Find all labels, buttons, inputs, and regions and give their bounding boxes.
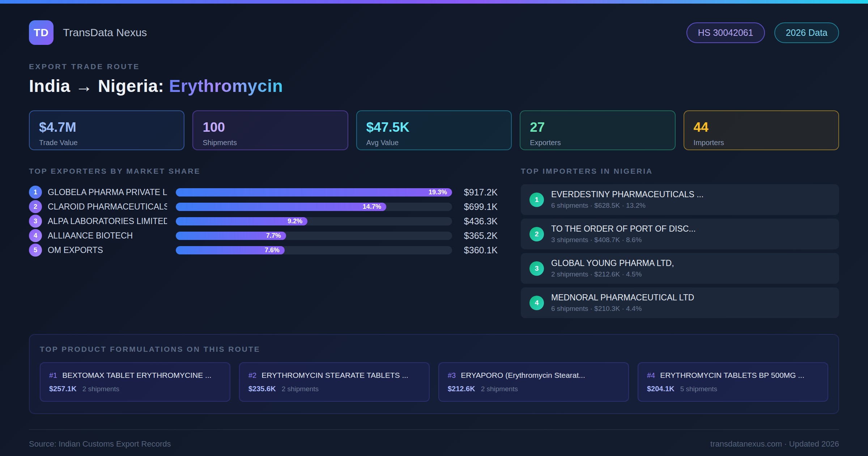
market-share-bar-fill: 7.7% [176,232,286,240]
importer-name: EVERDESTINY PHARMACEUTICALS ... [551,190,703,199]
share-percent-label: 7.6% [265,246,280,254]
formulation-card[interactable]: #2 ERYTHROMYCIN STEARATE TABLETS ... $23… [239,362,430,402]
stat-card-shipments: 100 Shipments [192,110,348,150]
importer-meta: 3 shipments · $408.7K · 8.6% [551,236,696,244]
formulation-rank: #2 [248,371,256,380]
share-percent-label: 7.7% [266,232,281,240]
stat-label: Avg Value [366,139,502,147]
market-share-bar-fill: 19.3% [176,188,452,197]
market-share-bar-fill: 9.2% [176,217,307,225]
importer-row[interactable]: 1 EVERDESTINY PHARMACEUTICALS ... 6 ship… [521,184,839,215]
importer-name: MEDNORAL PHARMACEUTICAL LTD [551,293,694,303]
formulation-value: $212.6K [448,385,475,393]
rank-badge: 4 [529,296,544,310]
header-chips: HS 30042061 2026 Data [686,22,839,43]
exporter-name: OM EXPORTS [48,245,167,255]
importer-name: TO THE ORDER OF PORT OF DISC... [551,224,696,234]
exporter-name: ALPA LABORATORIES LIMITED [48,216,167,226]
exporter-name: GLOBELA PHARMA PRIVATE LIM... [48,187,167,197]
share-percent-label: 9.2% [288,218,302,225]
stat-value: 100 [203,120,338,135]
stat-value: 44 [694,120,829,135]
rank-badge: 1 [29,186,42,199]
formulation-value: $204.1K [647,385,675,393]
importer-row[interactable]: 2 TO THE ORDER OF PORT OF DISC... 3 ship… [521,219,839,249]
exporter-row[interactable]: 1 GLOBELA PHARMA PRIVATE LIM... 19.3% $9… [29,185,498,199]
footer: Source: Indian Customs Export Records tr… [29,429,839,449]
rank-badge: 3 [529,261,544,276]
rank-badge: 4 [29,229,42,242]
exporters-bar-list: 1 GLOBELA PHARMA PRIVATE LIM... 19.3% $9… [29,185,498,257]
dashboard-canvas: TD TransData Nexus HS 30042061 2026 Data… [0,0,868,456]
stat-cards: $4.7M Trade Value 100 Shipments $47.5K A… [29,110,839,150]
exporter-row[interactable]: 4 ALLIAANCE BIOTECH 7.7% $365.2K [29,228,498,243]
eyebrow-label: EXPORT TRADE ROUTE [29,62,839,71]
exporter-value: $365.2K [458,231,498,241]
stat-value: $4.7M [39,120,174,135]
stat-label: Shipments [203,139,338,147]
formulation-shipments: 2 shipments [481,385,518,393]
top-importers-section: TOP IMPORTERS IN NIGERIA 1 EVERDESTINY P… [521,167,839,318]
stat-label: Exporters [530,139,665,147]
exporter-value: $436.3K [458,216,498,227]
importer-meta: 2 shipments · $212.6K · 4.5% [551,270,674,278]
formulation-shipments: 2 shipments [282,385,319,393]
formulation-value: $257.1K [49,385,77,393]
exporter-row[interactable]: 2 CLAROID PHARMACEUTICALS PR... 14.7% $6… [29,199,498,214]
market-share-bar-track: 7.7% [176,232,452,240]
stat-card-trade-value: $4.7M Trade Value [29,110,184,150]
formulation-shipments: 5 shipments [680,385,717,393]
formulation-name: ERYTHROMYCIN STEARATE TABLETS ... [261,371,408,380]
brand-logo: TD [29,20,54,45]
stat-label: Trade Value [39,139,174,147]
hs-code-chip[interactable]: HS 30042061 [686,22,765,43]
stat-card-exporters: 27 Exporters [520,110,675,150]
formulation-card[interactable]: #1 BEXTOMAX TABLET ERYTHROMYCINE ... $25… [40,362,230,402]
formulation-name: ERYAPORO (Erythromycin Stearat... [461,371,585,380]
formulation-card[interactable]: #3 ERYAPORO (Erythromycin Stearat... $21… [438,362,629,402]
importers-list: 1 EVERDESTINY PHARMACEUTICALS ... 6 ship… [521,184,839,318]
exporter-value: $917.2K [458,187,498,198]
importer-meta: 6 shipments · $210.3K · 4.4% [551,305,694,313]
year-chip[interactable]: 2026 Data [774,22,839,43]
stat-card-avg-value: $47.5K Avg Value [356,110,512,150]
product-title: Erythromycin [169,76,283,96]
market-share-bar-track: 19.3% [176,188,452,197]
rank-badge: 2 [29,200,42,213]
formulation-name: ERYTHROMYCIN TABLETS BP 500MG ... [660,371,804,380]
formulation-rank: #1 [49,371,57,380]
brand-name: TransData Nexus [63,26,147,39]
top-formulations-panel: TOP PRODUCT FORMULATIONS ON THIS ROUTE #… [29,334,839,414]
footer-source: Source: Indian Customs Export Records [29,439,171,449]
importer-meta: 6 shipments · $628.5K · 13.2% [551,202,703,210]
formulations-section-title: TOP PRODUCT FORMULATIONS ON THIS ROUTE [40,345,828,354]
exporter-row[interactable]: 3 ALPA LABORATORIES LIMITED 9.2% $436.3K [29,214,498,228]
stat-card-importers: 44 Importers [684,110,839,150]
brand: TD TransData Nexus [29,20,147,45]
importer-row[interactable]: 4 MEDNORAL PHARMACEUTICAL LTD 6 shipment… [521,287,839,318]
market-share-bar-track: 7.6% [176,246,452,254]
top-exporters-section: TOP EXPORTERS BY MARKET SHARE 1 GLOBELA … [29,167,498,257]
rank-badge: 3 [29,215,42,228]
market-share-bar-fill: 7.6% [176,246,285,254]
formulation-cards: #1 BEXTOMAX TABLET ERYTHROMYCINE ... $25… [40,362,828,402]
share-percent-label: 19.3% [429,189,447,196]
accent-top-bar [0,0,868,4]
stat-value: $47.5K [366,120,502,135]
footer-site: transdatanexus.com · Updated 2026 [710,439,839,449]
exporters-section-title: TOP EXPORTERS BY MARKET SHARE [29,167,498,176]
header: TD TransData Nexus HS 30042061 2026 Data [29,20,839,45]
importer-row[interactable]: 3 GLOBAL YOUNG PHARMA LTD, 2 shipments ·… [521,253,839,284]
exporter-row[interactable]: 5 OM EXPORTS 7.6% $360.1K [29,243,498,257]
formulation-name: BEXTOMAX TABLET ERYTHROMYCINE ... [62,371,211,380]
stat-value: 27 [530,120,665,135]
formulation-rank: #4 [647,371,655,380]
importer-name: GLOBAL YOUNG PHARMA LTD, [551,258,674,268]
market-share-bar-track: 14.7% [176,203,452,211]
market-share-bar-fill: 14.7% [176,203,386,211]
share-percent-label: 14.7% [363,203,381,211]
formulation-card[interactable]: #4 ERYTHROMYCIN TABLETS BP 500MG ... $20… [638,362,828,402]
formulation-rank: #3 [448,371,456,380]
page-title: India → Nigeria: Erythromycin [29,76,839,96]
exporter-name: CLAROID PHARMACEUTICALS PR... [48,202,167,212]
